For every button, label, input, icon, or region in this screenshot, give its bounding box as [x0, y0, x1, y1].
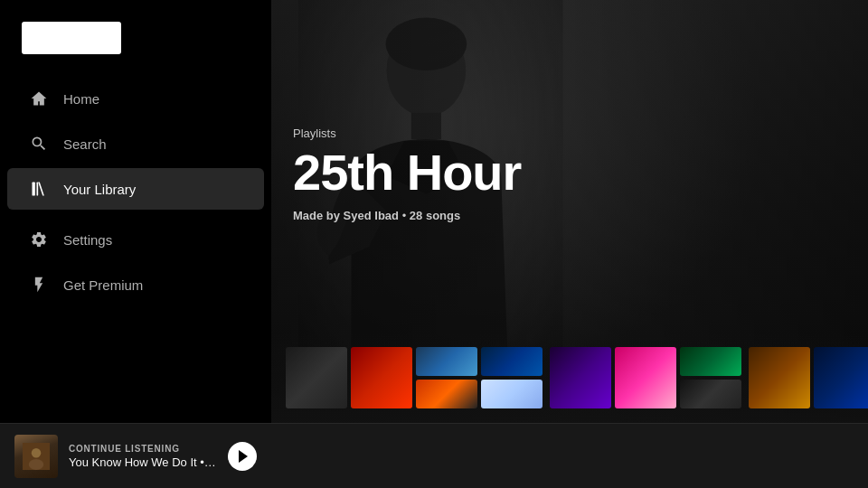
playlist-title: 25th Hour	[293, 147, 521, 198]
svg-rect-1	[37, 183, 39, 196]
playlist-made-by: Made by Syed Ibad	[293, 209, 399, 222]
sidebar-item-search-label: Search	[63, 136, 107, 152]
sidebar-item-search[interactable]: Search	[7, 123, 264, 164]
album-thumb-10[interactable]	[680, 380, 741, 408]
album-thumb-8[interactable]	[615, 347, 676, 408]
album-group-1	[416, 347, 477, 408]
sidebar-item-get-premium[interactable]: Get Premium	[7, 264, 264, 305]
now-playing-track: You Know How We Do It • Ice Cu...	[69, 455, 217, 469]
album-thumb-5[interactable]	[481, 347, 542, 376]
album-group-3	[680, 347, 741, 408]
main-content: Playlists 25th Hour Made by Syed Ibad • …	[271, 0, 868, 488]
svg-point-3	[32, 448, 42, 458]
album-thumb-6[interactable]	[481, 380, 542, 408]
album-thumb-12[interactable]	[814, 347, 868, 408]
home-icon	[29, 89, 49, 108]
album-thumb-7[interactable]	[550, 347, 611, 408]
settings-icon	[29, 230, 49, 249]
playlist-info: Playlists 25th Hour Made by Syed Ibad • …	[293, 127, 521, 222]
nav-items: Home Search Your Library	[0, 69, 271, 314]
sidebar-item-home[interactable]: Home	[7, 78, 264, 119]
now-playing-info: CONTINUE LISTENING You Know How We Do It…	[69, 444, 217, 469]
sidebar-item-home-label: Home	[63, 91, 99, 107]
sidebar-item-settings[interactable]: Settings	[7, 219, 264, 260]
sidebar-item-your-library[interactable]: Your Library	[7, 168, 264, 210]
album-grid	[286, 347, 854, 408]
sidebar-item-premium-label: Get Premium	[63, 277, 143, 293]
album-thumb-11[interactable]	[749, 347, 810, 408]
library-icon	[29, 179, 49, 199]
album-thumb-9[interactable]	[680, 347, 741, 376]
album-thumb-1[interactable]	[286, 347, 347, 408]
logo-area	[0, 0, 271, 69]
playlist-meta: Made by Syed Ibad • 28 songs	[293, 209, 521, 222]
playlist-songs: 28 songs	[410, 209, 460, 222]
main-bottom-bar	[271, 423, 868, 488]
playlist-type-label: Playlists	[293, 127, 521, 140]
sidebar-item-library-label: Your Library	[63, 182, 136, 197]
album-group-2	[481, 347, 542, 408]
svg-rect-0	[33, 183, 35, 196]
continue-listening-label: CONTINUE LISTENING	[69, 444, 217, 454]
svg-point-4	[29, 459, 44, 470]
spotify-logo[interactable]	[22, 22, 121, 54]
album-thumb-2[interactable]	[351, 347, 412, 408]
sidebar: Home Search Your Library	[0, 0, 271, 488]
lightning-icon	[29, 275, 49, 295]
now-playing-bar[interactable]: CONTINUE LISTENING You Know How We Do It…	[0, 423, 271, 488]
now-playing-thumbnail	[14, 435, 58, 478]
album-thumb-4[interactable]	[416, 380, 477, 408]
play-button[interactable]	[228, 442, 257, 471]
search-icon	[29, 134, 49, 154]
album-thumb-3[interactable]	[416, 347, 477, 376]
sidebar-item-settings-label: Settings	[63, 232, 112, 248]
